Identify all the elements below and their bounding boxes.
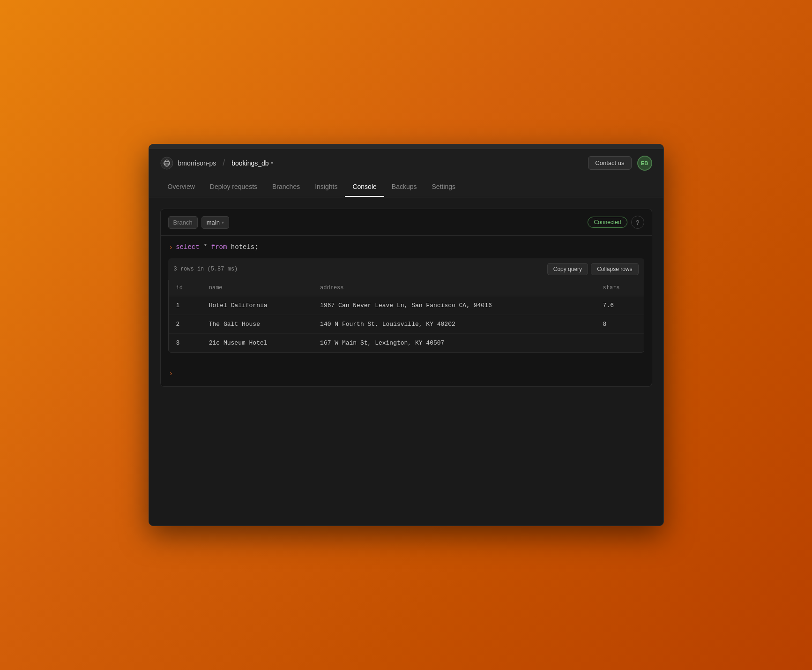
branch-label: Branch xyxy=(168,216,198,229)
cell-id: 1 xyxy=(169,296,201,315)
app-header: bmorrison-ps / bookings_db ▾ Contact us … xyxy=(149,149,663,177)
sql-keyword: select xyxy=(176,243,199,251)
results-actions: Copy query Collapse rows xyxy=(547,263,639,275)
table-row: 321c Museum Hotel167 W Main St, Lexingto… xyxy=(169,334,644,353)
nav-item-console[interactable]: Console xyxy=(345,177,384,197)
rows-info: 3 rows in (5.87 ms) xyxy=(174,266,238,272)
db-name[interactable]: bookings_db ▾ xyxy=(231,159,273,167)
table-wrapper: id name address stars 1Hotel California1… xyxy=(168,280,644,353)
header-left: bmorrison-ps / bookings_db ▾ xyxy=(160,157,589,170)
query-line: › select * from hotels; xyxy=(170,243,642,251)
main-window: bmorrison-ps / bookings_db ▾ Contact us … xyxy=(149,144,664,526)
cell-address: 140 N Fourth St, Louisville, KY 40202 xyxy=(313,315,595,334)
query-area: › select * from hotels; xyxy=(161,236,652,258)
nav-item-backups[interactable]: Backups xyxy=(384,177,425,197)
cell-stars xyxy=(596,334,644,353)
col-header-stars: stars xyxy=(596,280,644,296)
copy-query-button[interactable]: Copy query xyxy=(547,263,588,275)
nav-item-insights[interactable]: Insights xyxy=(307,177,345,197)
cell-address: 1967 Can Never Leave Ln, San Fancisco CA… xyxy=(313,296,595,315)
cursor-chevron-icon: › xyxy=(170,369,172,377)
cell-name: 21c Museum Hotel xyxy=(201,334,313,353)
table-header-row: id name address stars xyxy=(169,280,644,296)
org-name[interactable]: bmorrison-ps xyxy=(178,159,216,167)
breadcrumb-separator: / xyxy=(223,158,225,168)
query-chevron-icon: › xyxy=(170,243,172,251)
branch-dropdown[interactable]: main ▾ xyxy=(201,216,229,229)
col-header-id: id xyxy=(169,280,201,296)
sql-from-keyword: from xyxy=(211,243,227,251)
col-header-address: address xyxy=(313,280,595,296)
main-content: Branch main ▾ Connected ? › xyxy=(149,197,663,526)
query-text[interactable]: select * from hotels; xyxy=(176,243,258,251)
console-panel: Branch main ▾ Connected ? › xyxy=(160,209,652,387)
planetscale-logo xyxy=(160,157,173,170)
nav-item-branches[interactable]: Branches xyxy=(265,177,307,197)
connected-badge: Connected xyxy=(588,217,627,228)
results-section: 3 rows in (5.87 ms) Copy query Collapse … xyxy=(168,258,644,353)
console-toolbar: Branch main ▾ Connected ? xyxy=(161,209,652,236)
nav-item-settings[interactable]: Settings xyxy=(425,177,463,197)
cell-stars: 7.6 xyxy=(596,296,644,315)
avatar[interactable]: EB xyxy=(637,156,652,171)
sql-table-name: hotels; xyxy=(231,243,259,251)
col-header-name: name xyxy=(201,280,313,296)
results-header: 3 rows in (5.87 ms) Copy query Collapse … xyxy=(168,258,644,280)
cell-id: 2 xyxy=(169,315,201,334)
results-table: id name address stars 1Hotel California1… xyxy=(169,280,644,352)
cell-name: The Galt House xyxy=(201,315,313,334)
nav-item-deploy-requests[interactable]: Deploy requests xyxy=(202,177,265,197)
cell-stars: 8 xyxy=(596,315,644,334)
cursor-line[interactable]: › xyxy=(161,360,652,386)
nav-item-overview[interactable]: Overview xyxy=(160,177,202,197)
header-right: Contact us EB xyxy=(588,156,652,171)
branch-chevron-icon: ▾ xyxy=(222,220,224,225)
main-nav: Overview Deploy requests Branches Insigh… xyxy=(149,177,663,197)
window-titlebar xyxy=(149,144,663,149)
db-dropdown-chevron: ▾ xyxy=(271,160,273,166)
toolbar-right: Connected ? xyxy=(588,216,644,229)
sql-star: * xyxy=(203,243,211,251)
collapse-rows-button[interactable]: Collapse rows xyxy=(591,263,638,275)
cell-address: 167 W Main St, Lexington, KY 40507 xyxy=(313,334,595,353)
table-row: 2The Galt House140 N Fourth St, Louisvil… xyxy=(169,315,644,334)
help-button[interactable]: ? xyxy=(631,216,644,229)
help-icon: ? xyxy=(636,219,639,226)
branch-selector: Branch main ▾ xyxy=(168,216,229,229)
contact-us-button[interactable]: Contact us xyxy=(588,156,631,170)
table-row: 1Hotel California1967 Can Never Leave Ln… xyxy=(169,296,644,315)
cell-name: Hotel California xyxy=(201,296,313,315)
cell-id: 3 xyxy=(169,334,201,353)
branch-value: main xyxy=(207,219,220,226)
